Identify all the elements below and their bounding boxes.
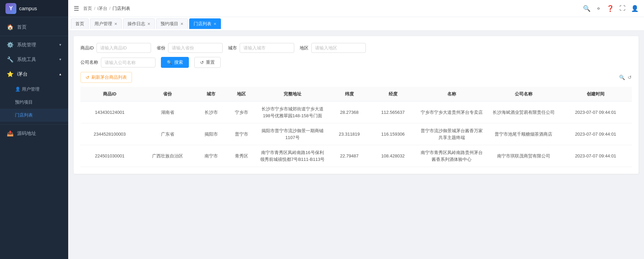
sidebar-logo: Y campus xyxy=(0,0,68,17)
breadcrumb-home[interactable]: 首页 xyxy=(83,5,92,12)
tab-booking-label: 预约项目 xyxy=(161,21,178,27)
cell-company: 长沙海斌酒业贸易有限责任公司 xyxy=(488,102,559,123)
breadcrumb-imoutai[interactable]: i茅台 xyxy=(98,5,107,12)
sidebar-item-imoutai[interactable]: ⭐ i茅台 ▴ xyxy=(0,67,68,81)
tab-operation-log-label: 操作日志 xyxy=(128,21,145,27)
cell-province: 广西壮族自治区 xyxy=(139,145,196,167)
breadcrumb-current: 门店列表 xyxy=(113,5,130,12)
tab-home-label: 首页 xyxy=(75,21,84,27)
reset-button[interactable]: ↺ 重置 xyxy=(194,57,221,68)
table-header-row: 商品ID 省份 城市 地区 完整地址 纬度 经度 名称 公司名称 创建时间 xyxy=(80,87,632,102)
refresh-moutai-button[interactable]: ↺ 刷新茅台商品列表 xyxy=(80,72,132,83)
col-city: 城市 xyxy=(196,87,226,102)
tab-home[interactable]: 首页 xyxy=(71,18,89,29)
cell-city: 揭阳市 xyxy=(196,123,226,145)
sidebar-item-source[interactable]: 📤 源码地址 xyxy=(0,126,68,141)
filter-row-1: 商品ID 省份 城市 地区 xyxy=(80,43,632,53)
sidebar-sub-store-list[interactable]: 门店列表 xyxy=(0,109,68,122)
col-lat: 纬度 xyxy=(328,87,370,102)
table-refresh-icon[interactable]: ↺ xyxy=(628,75,632,80)
cell-product_id: 2344528100003 xyxy=(80,123,139,145)
sidebar-item-source-label: 源码地址 xyxy=(17,131,36,137)
filter-region: 地区 xyxy=(300,43,366,53)
sidebar-item-system-mgmt[interactable]: ⚙️ 系统管理 ▾ xyxy=(0,37,68,52)
col-product-id: 商品ID xyxy=(80,87,139,102)
sidebar-sub-store-list-label: 门店列表 xyxy=(15,112,33,118)
province-input[interactable] xyxy=(168,43,223,53)
tab-booking[interactable]: 预约项目 ✕ xyxy=(156,18,188,29)
table-row: 143430124001湖南省长沙市宁乡市长沙市宁乡市城郊街道宁乡大道198号优… xyxy=(80,102,632,123)
action-left: ↺ 刷新茅台商品列表 xyxy=(80,72,132,83)
col-region: 地区 xyxy=(226,87,257,102)
cell-name: 宁乡市宁乡大道贵州茅台专卖店 xyxy=(416,102,488,123)
cell-created_at: 2023-07-07 09:44:01 xyxy=(559,102,632,123)
sidebar-item-imoutai-label: i茅台 xyxy=(17,71,28,77)
cell-full_address: 长沙市宁乡市城郊街道宁乡大道198号优雅翠园148-158号门面 xyxy=(256,102,328,123)
sidebar-sub-user-mgmt[interactable]: 👤 用户管理 xyxy=(0,83,68,96)
tab-store-list-label: 门店列表 xyxy=(194,21,211,27)
breadcrumb-sep-2: / xyxy=(109,6,111,11)
send-icon: 📤 xyxy=(7,130,14,137)
cell-product_id: 224501030001 xyxy=(80,145,139,167)
tab-booking-close[interactable]: ✕ xyxy=(180,22,183,26)
col-province: 省份 xyxy=(139,87,196,102)
chevron-down-icon: ▾ xyxy=(59,43,61,47)
sidebar-sub-user-mgmt-label: 👤 用户管理 xyxy=(15,86,40,92)
product-id-input[interactable] xyxy=(96,43,151,53)
fullscreen-icon[interactable]: ⛶ xyxy=(619,5,626,12)
cell-name: 普宁市流沙御景城茅台酱香万家共享主题终端 xyxy=(416,123,488,145)
cell-lat: 22.79487 xyxy=(328,145,370,167)
breadcrumb: 首页 / i茅台 / 门店列表 xyxy=(83,5,583,12)
tab-user-mgmt-label: 用户管理 xyxy=(94,21,112,27)
cell-province: 广东省 xyxy=(139,123,196,145)
header-actions: 🔍 ⚬ ❓ ⛶ 👤 xyxy=(583,5,639,12)
tab-store-list-close[interactable]: ✕ xyxy=(213,22,216,26)
cell-created_at: 2023-07-07 09:44:01 xyxy=(559,123,632,145)
cell-company: 南宁市琪联茂商贸有限公司 xyxy=(488,145,559,167)
content-area: 商品ID 省份 城市 地区 公司名称 xyxy=(68,31,644,259)
sidebar-sub-booking-label: 预约项目 xyxy=(15,99,33,105)
search-icon[interactable]: 🔍 xyxy=(583,5,590,12)
github-icon[interactable]: ⚬ xyxy=(596,5,601,12)
search-button[interactable]: 🔍 搜索 xyxy=(161,57,189,68)
breadcrumb-sep-1: / xyxy=(94,6,95,11)
tab-user-mgmt-close[interactable]: ✕ xyxy=(114,22,117,26)
home-icon: 🏠 xyxy=(7,24,14,30)
tab-store-list[interactable]: 门店列表 ✕ xyxy=(189,18,221,29)
region-input[interactable] xyxy=(311,43,366,53)
chevron-up-icon: ▴ xyxy=(59,72,61,76)
gear-icon: ⚙️ xyxy=(7,42,14,48)
tools-icon: 🔧 xyxy=(7,56,14,63)
tab-operation-log[interactable]: 操作日志 ✕ xyxy=(123,18,155,29)
company-input[interactable] xyxy=(101,58,155,67)
cell-lng: 112.565637 xyxy=(370,102,416,123)
sidebar-sub-booking[interactable]: 预约项目 xyxy=(0,96,68,109)
filter-row-2: 公司名称 🔍 搜索 ↺ 重置 xyxy=(80,57,632,68)
cell-region: 宁乡市 xyxy=(226,102,257,123)
main-content: ☰ 首页 / i茅台 / 门店列表 🔍 ⚬ ❓ ⛶ 👤 首页 用户管理 ✕ 操作… xyxy=(68,0,644,259)
star-icon: ⭐ xyxy=(7,71,14,77)
logo-icon: Y xyxy=(5,3,16,14)
table-search-icon[interactable]: 🔍 xyxy=(619,75,625,80)
refresh-icon: ↺ xyxy=(86,75,89,80)
sidebar-item-system-tools[interactable]: 🔧 系统工具 ▾ xyxy=(0,52,68,67)
table-row: 224501030001广西壮族自治区南宁市青秀区南宁市青秀区凤岭南路16号保利… xyxy=(80,145,632,167)
user-avatar-icon[interactable]: 👤 xyxy=(631,5,639,12)
sidebar: Y campus 🏠 首页 ⚙️ 系统管理 ▾ 🔧 系统工具 ▾ ⭐ i茅台 ▴ xyxy=(0,0,68,259)
sidebar-nav: 🏠 首页 ⚙️ 系统管理 ▾ 🔧 系统工具 ▾ ⭐ i茅台 ▴ 👤 用户管理 xyxy=(0,17,68,259)
sidebar-item-home[interactable]: 🏠 首页 xyxy=(0,20,68,34)
sidebar-item-system-tools-label: 系统工具 xyxy=(17,57,36,63)
tab-operation-log-close[interactable]: ✕ xyxy=(147,22,150,26)
logo-text: campus xyxy=(19,5,37,11)
city-input[interactable] xyxy=(240,43,294,53)
province-label: 省份 xyxy=(156,45,165,51)
cell-full_address: 揭阳市普宁市流沙御景一期商铺1107号 xyxy=(256,123,328,145)
hamburger-icon[interactable]: ☰ xyxy=(74,5,79,12)
cell-region: 青秀区 xyxy=(226,145,257,167)
tab-user-mgmt[interactable]: 用户管理 ✕ xyxy=(90,18,122,29)
filter-company: 公司名称 xyxy=(80,58,155,67)
cell-lng: 116.159306 xyxy=(370,123,416,145)
reset-icon: ↺ xyxy=(200,60,204,65)
filter-city: 城市 xyxy=(228,43,294,53)
help-icon[interactable]: ❓ xyxy=(606,5,614,12)
